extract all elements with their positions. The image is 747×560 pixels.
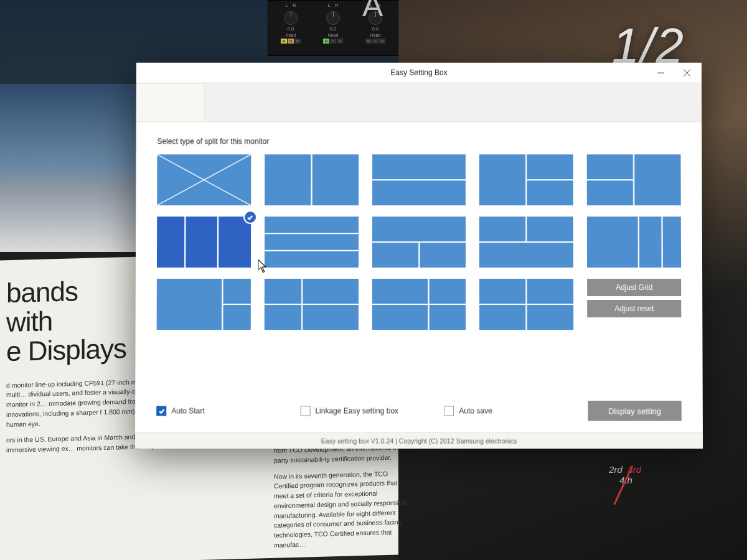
layout-grid: Adjust Grid Adjust reset [157,154,682,330]
display-setting-button[interactable]: Display setting [588,401,681,421]
footer-bar: Auto Start Linkage Easy setting box Auto… [135,390,703,432]
close-button[interactable] [674,64,699,82]
layout-h-split-2[interactable] [372,154,466,205]
content-area: Select type of split for this monitor [135,122,702,390]
titlebar[interactable]: Easy Setting Box [136,63,702,83]
selected-check-icon [243,210,257,224]
layout-2x2[interactable] [479,279,573,330]
speedometer-needle [579,448,654,523]
checkbox-checked-icon [156,406,166,416]
auto-start-checkbox[interactable]: Auto Start [156,406,290,416]
layout-1-2[interactable] [479,154,573,205]
auto-start-label: Auto Start [171,406,205,415]
adjust-reset-button[interactable]: Adjust reset [587,300,681,317]
layout-top-2bottom[interactable] [372,217,466,268]
layout-2x2-a[interactable] [265,279,359,330]
easy-setting-box-window: Easy Setting Box Select type of split fo… [135,63,703,449]
status-bar: Easy setting box V1.0.24 | Copyright (C)… [135,432,703,449]
auto-save-label: Auto save [459,406,492,415]
layout-3col-narrow-right[interactable] [587,217,681,268]
auto-save-checkbox[interactable]: Auto save [444,406,578,416]
layout-2x2-b[interactable] [372,279,466,330]
layout-v-split-2[interactable] [265,154,359,205]
checkbox-empty-icon [444,406,454,416]
layout-3row[interactable] [265,217,359,268]
checkbox-empty-icon [300,406,310,416]
layout-2top-1bottom[interactable] [479,217,573,268]
layout-left-2right[interactable] [157,279,251,330]
split-prompt: Select type of split for this monitor [157,137,681,146]
layout-2-1[interactable] [587,154,681,205]
channel-letter-a: A [362,0,383,24]
monitor-tab-strip [136,83,702,123]
monitor-tab-1[interactable] [136,83,205,122]
window-title: Easy Setting Box [390,68,447,77]
adjust-grid-button[interactable]: Adjust Grid [587,279,681,296]
minimize-button[interactable] [648,64,673,82]
layout-none[interactable] [157,154,251,205]
linkage-checkbox[interactable]: Linkage Easy setting box [300,406,434,416]
layout-3col-narrow-left[interactable] [157,217,251,268]
wallpaper-landscape [0,84,143,252]
linkage-label: Linkage Easy setting box [315,406,398,415]
